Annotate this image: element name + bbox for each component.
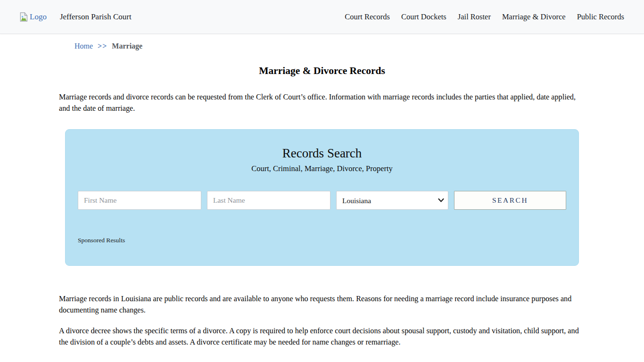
nav-court-records[interactable]: Court Records xyxy=(345,12,390,22)
first-name-input[interactable] xyxy=(78,191,201,210)
records-search-title: Records Search xyxy=(66,146,578,161)
search-form-row: Louisiana SEARCH xyxy=(78,191,566,210)
records-search-subtitle: Court, Criminal, Marriage, Divorce, Prop… xyxy=(66,164,578,173)
broken-image-icon xyxy=(19,12,30,22)
state-select[interactable]: Louisiana xyxy=(337,191,448,209)
brand-area: Logo Jefferson Parish Court xyxy=(19,12,132,22)
breadcrumb: Home >> Marriage xyxy=(74,42,585,50)
records-search-panel: Records Search Court, Criminal, Marriage… xyxy=(65,129,579,266)
site-header: Logo Jefferson Parish Court Court Record… xyxy=(0,0,644,34)
nav-jail-roster[interactable]: Jail Roster xyxy=(458,12,491,22)
site-title: Jefferson Parish Court xyxy=(60,12,132,22)
page-title: Marriage & Divorce Records xyxy=(59,65,585,77)
site-logo[interactable]: Logo xyxy=(19,12,47,22)
nav-marriage-divorce[interactable]: Marriage & Divorce xyxy=(502,12,566,22)
search-button[interactable]: SEARCH xyxy=(454,191,566,210)
sponsored-results-label: Sponsored Results xyxy=(78,237,578,244)
breadcrumb-current: Marriage xyxy=(112,42,142,50)
breadcrumb-separator: >> xyxy=(98,42,107,50)
content-container: Home >> Marriage Marriage & Divorce Reco… xyxy=(59,42,585,348)
main-nav: Court Records Court Dockets Jail Roster … xyxy=(345,12,624,22)
nav-court-dockets[interactable]: Court Dockets xyxy=(401,12,446,22)
divorce-decree-paragraph: A divorce decree shows the specific term… xyxy=(59,325,585,348)
nav-public-records[interactable]: Public Records xyxy=(577,12,624,22)
breadcrumb-home-link[interactable]: Home xyxy=(74,42,93,50)
last-name-input[interactable] xyxy=(207,191,330,210)
intro-paragraph: Marriage records and divorce records can… xyxy=(59,91,585,114)
body-copy-block: Marriage records in Louisiana are public… xyxy=(59,293,585,348)
public-records-paragraph: Marriage records in Louisiana are public… xyxy=(59,293,585,316)
logo-alt-text: Logo xyxy=(30,12,47,22)
state-select-wrap: Louisiana xyxy=(336,191,448,210)
